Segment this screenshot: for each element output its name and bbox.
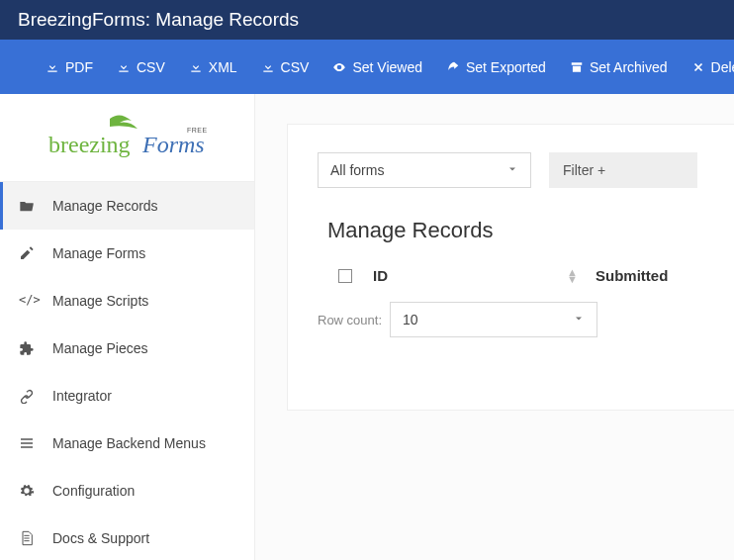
filter-button-label: Filter + (563, 162, 605, 178)
rowcount-value: 10 (403, 312, 418, 327)
export-pdf-button[interactable]: PDF (46, 59, 93, 75)
rowcount-label: Row count: (318, 313, 382, 327)
sidebar-item-label: Manage Pieces (52, 340, 148, 356)
close-icon (691, 60, 705, 74)
content: All forms Filter + Manage Records ID (255, 94, 734, 560)
sidebar-item-label: Integrator (52, 388, 112, 404)
download-icon (189, 60, 203, 74)
svg-text:breezing: breezing (48, 132, 131, 157)
column-label: ID (373, 267, 388, 284)
filters-row: All forms Filter + (318, 152, 704, 188)
svg-text:Forms: Forms (141, 132, 205, 157)
toolbar-label: Set Viewed (352, 59, 422, 75)
edit-icon (19, 245, 35, 261)
sort-icon: ▲▼ (567, 269, 578, 283)
sidebar-item-manage-pieces[interactable]: Manage Pieces (0, 325, 254, 372)
sidebar-item-label: Manage Records (52, 198, 158, 214)
titlebar: BreezingForms: Manage Records (0, 0, 734, 40)
sidebar-item-configuration[interactable]: Configuration (0, 467, 254, 514)
sidebar-item-label: Manage Forms (52, 245, 145, 261)
puzzle-icon (19, 340, 35, 356)
svg-text:FREE: FREE (187, 127, 207, 134)
toolbar-label: Set Exported (466, 59, 546, 75)
filter-button[interactable]: Filter + (549, 152, 697, 188)
list-icon (19, 435, 35, 451)
toolbar-label: CSV (137, 59, 165, 75)
breezingforms-logo-icon: breezing Forms FREE (48, 113, 207, 162)
archive-icon (570, 60, 584, 74)
folder-open-icon (19, 198, 35, 214)
code-icon: </> (19, 293, 35, 309)
select-all-checkbox[interactable] (338, 269, 352, 283)
form-select-value: All forms (330, 162, 384, 178)
main: breezing Forms FREE Manage Records Manag… (0, 94, 734, 560)
export-csv2-button[interactable]: CSV (261, 59, 310, 75)
download-icon (117, 60, 131, 74)
form-select[interactable]: All forms (318, 152, 531, 188)
sidebar-item-manage-scripts[interactable]: </> Manage Scripts (0, 277, 254, 325)
set-exported-button[interactable]: Set Exported (446, 59, 546, 75)
sidebar-item-label: Manage Scripts (52, 293, 148, 309)
eye-icon (332, 60, 346, 74)
toolbar-label: Delete (711, 59, 734, 75)
toolbar-label: XML (209, 59, 237, 75)
sidebar-item-label: Manage Backend Menus (52, 435, 206, 451)
delete-button[interactable]: Delete (691, 59, 734, 75)
chevron-down-icon (573, 312, 585, 327)
share-icon (446, 60, 460, 74)
logo: breezing Forms FREE (0, 94, 254, 182)
rowcount-select[interactable]: 10 (390, 302, 597, 337)
rowcount-row: Row count: 10 (318, 302, 704, 337)
sidebar-item-label: Configuration (52, 483, 135, 499)
table-header: ID ▲▼ Submitted (318, 261, 704, 298)
toolbar-label: PDF (65, 59, 93, 75)
download-icon (261, 60, 275, 74)
page-title: BreezingForms: Manage Records (18, 9, 299, 31)
sidebar-item-manage-forms[interactable]: Manage Forms (0, 230, 254, 277)
sidebar-item-backend-menus[interactable]: Manage Backend Menus (0, 420, 254, 467)
sidebar: breezing Forms FREE Manage Records Manag… (0, 94, 255, 560)
sidebar-item-manage-records[interactable]: Manage Records (0, 182, 254, 230)
column-label: Submitted (596, 267, 668, 284)
document-icon (19, 530, 35, 546)
toolbar-label: Set Archived (590, 59, 668, 75)
records-panel: All forms Filter + Manage Records ID (287, 124, 734, 411)
toolbar-label: CSV (281, 59, 310, 75)
export-csv-button[interactable]: CSV (117, 59, 165, 75)
set-archived-button[interactable]: Set Archived (570, 59, 668, 75)
export-xml-button[interactable]: XML (189, 59, 237, 75)
column-header-submitted[interactable]: Submitted (596, 267, 704, 284)
set-viewed-button[interactable]: Set Viewed (332, 59, 422, 75)
sidebar-item-integrator[interactable]: Integrator (0, 372, 254, 420)
link-icon (19, 388, 35, 404)
section-title: Manage Records (327, 218, 704, 243)
gear-icon (19, 483, 35, 499)
column-header-id[interactable]: ID ▲▼ (373, 267, 596, 284)
download-icon (46, 60, 59, 74)
sidebar-item-label: Docs & Support (52, 530, 149, 546)
toolbar: PDF CSV XML CSV Set Viewed Set Exported … (0, 40, 734, 94)
chevron-down-icon (506, 162, 518, 178)
sidebar-item-docs-support[interactable]: Docs & Support (0, 514, 254, 560)
